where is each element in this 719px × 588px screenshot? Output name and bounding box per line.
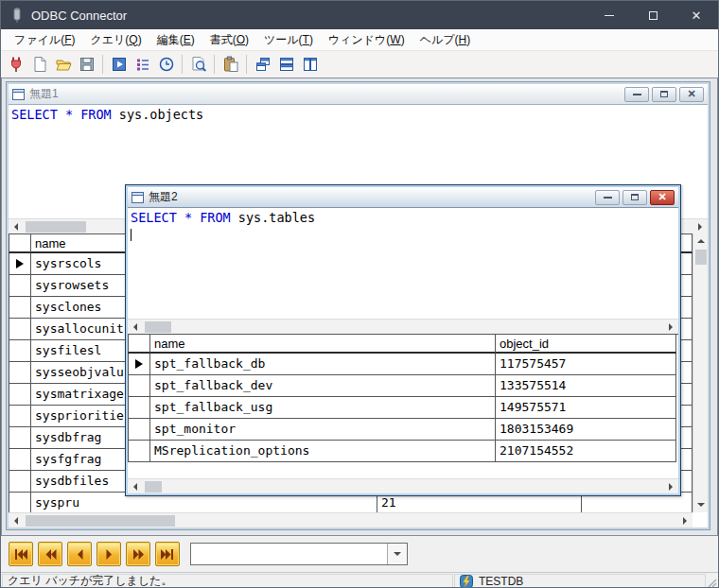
- scroll-right-icon[interactable]: [677, 513, 693, 527]
- previous-record-button[interactable]: [67, 542, 92, 566]
- results-list-button[interactable]: [131, 53, 154, 76]
- window2-restore-button[interactable]: [623, 190, 647, 205]
- grid-cell[interactable]: 117575457: [496, 354, 676, 375]
- menu-item[interactable]: ウィンドウ(W): [321, 29, 412, 51]
- minimize-icon: [633, 94, 641, 95]
- row-marker-cell: [9, 471, 31, 493]
- toolbar-separator: [182, 55, 183, 74]
- scroll-left-icon[interactable]: [9, 219, 24, 234]
- window2-minimize-button[interactable]: [595, 190, 620, 205]
- row-marker-cell: [128, 375, 150, 397]
- row-marker-cell: [9, 297, 31, 319]
- toolbar: [1, 51, 718, 78]
- current-row-marker-icon: [135, 359, 143, 369]
- grid-cell[interactable]: 2107154552: [496, 441, 676, 462]
- fast-forward-button[interactable]: [126, 542, 150, 566]
- menu-item[interactable]: 書式(O): [202, 29, 256, 51]
- close-button[interactable]: ✕: [675, 1, 718, 29]
- row-marker-cell: [9, 449, 31, 471]
- find-button[interactable]: [186, 53, 210, 76]
- grid-cell[interactable]: 1803153469: [496, 419, 676, 441]
- window2-query-editor[interactable]: SELECT * FROM sys.tables: [128, 208, 678, 319]
- cascade-windows-button[interactable]: [251, 53, 274, 76]
- minimize-button[interactable]: [587, 1, 631, 29]
- grid-cell[interactable]: spt_fallback_db: [150, 354, 496, 375]
- execution-time-button[interactable]: [154, 53, 178, 76]
- combobox-dropdown-button[interactable]: [387, 544, 407, 564]
- last-record-icon: [161, 548, 174, 561]
- scroll-right-icon[interactable]: [663, 320, 678, 335]
- menu-item[interactable]: ツール(T): [256, 29, 321, 51]
- table-row[interactable]: spt_monitor1803153469: [128, 419, 678, 441]
- scroll-right-icon[interactable]: [663, 479, 678, 493]
- window2-grid-hscrollbar[interactable]: [128, 478, 678, 493]
- menu-item[interactable]: ファイル(F): [7, 29, 82, 51]
- minimize-icon: [604, 197, 612, 199]
- window1-grid-hscrollbar[interactable]: [9, 512, 693, 527]
- window1-restore-button[interactable]: [652, 87, 676, 102]
- grid-cell[interactable]: spt_fallback_usg: [150, 397, 496, 419]
- grid-cell[interactable]: spt_fallback_dev: [150, 375, 496, 397]
- window1-titlebar[interactable]: 無題1 ✕: [9, 84, 708, 105]
- new-document-icon: [31, 56, 48, 73]
- execute-query-button[interactable]: [107, 53, 131, 76]
- status-bar: クエリ バッチが完了しました。 TESTDB: [1, 572, 718, 588]
- grid-cell[interactable]: 149575571: [496, 397, 676, 419]
- menu-item[interactable]: クエリ(Q): [82, 29, 149, 51]
- column-header[interactable]: object_id: [496, 335, 676, 354]
- scroll-left-icon[interactable]: [9, 513, 24, 527]
- grid-header-row: nameobject_id: [128, 335, 678, 354]
- scroll-left-icon[interactable]: [128, 479, 143, 493]
- scroll-up-icon[interactable]: [693, 233, 708, 249]
- maximize-button[interactable]: [631, 1, 675, 29]
- connect-button[interactable]: [4, 53, 27, 76]
- window2-editor-hscrollbar[interactable]: [128, 319, 678, 334]
- scroll-right-icon[interactable]: [693, 219, 708, 234]
- tile-vertical-button[interactable]: [298, 53, 322, 76]
- scrollbar-thumb[interactable]: [26, 515, 175, 527]
- paste-icon: [222, 56, 239, 73]
- save-button[interactable]: [75, 53, 98, 76]
- next-record-button[interactable]: [96, 542, 121, 566]
- scrollbar-thumb[interactable]: [695, 250, 707, 265]
- row-marker-cell: [128, 335, 150, 354]
- row-marker-cell: [9, 406, 31, 427]
- window2-close-button[interactable]: ✕: [650, 190, 675, 205]
- menu-item[interactable]: ヘルプ(H): [412, 29, 479, 51]
- grid-cell[interactable]: MSreplication_options: [150, 441, 496, 462]
- window1-grid-vscrollbar[interactable]: [693, 233, 708, 512]
- first-record-icon: [14, 548, 27, 561]
- scrollbar-thumb[interactable]: [26, 221, 86, 233]
- scroll-down-icon[interactable]: [693, 497, 708, 512]
- tile-horizontal-button[interactable]: [274, 53, 298, 76]
- column-header[interactable]: name: [150, 335, 496, 354]
- app-window: ODBC Connector ✕ ファイル(F)クエリ(Q)編集(E)書式(O)…: [0, 0, 719, 588]
- document-window-icon: [12, 89, 25, 100]
- row-marker-cell: [9, 234, 31, 253]
- table-row[interactable]: spt_fallback_usg149575571: [128, 397, 678, 419]
- resize-grip[interactable]: [704, 574, 717, 588]
- clock-icon: [158, 56, 175, 73]
- open-button[interactable]: [51, 53, 75, 76]
- table-row[interactable]: spt_fallback_dev133575514: [128, 375, 678, 397]
- table-row[interactable]: spt_fallback_db117575457: [128, 354, 678, 375]
- window1-minimize-button[interactable]: [624, 87, 649, 102]
- last-record-button[interactable]: [155, 542, 180, 566]
- row-marker-cell: [9, 427, 31, 449]
- grid-cell[interactable]: spt_monitor: [150, 419, 496, 441]
- close-icon: ✕: [687, 88, 695, 100]
- first-record-button[interactable]: [9, 542, 33, 566]
- mdi-window-2[interactable]: 無題2 ✕ SELECT * FROM sys.tables: [125, 184, 681, 496]
- record-select-combobox[interactable]: [190, 543, 408, 565]
- scrollbar-thumb[interactable]: [145, 481, 162, 493]
- grid-cell[interactable]: 133575514: [496, 375, 676, 397]
- menu-item[interactable]: 編集(E): [149, 29, 202, 51]
- window1-close-button[interactable]: ✕: [679, 87, 704, 102]
- scrollbar-thumb[interactable]: [145, 321, 171, 333]
- scroll-left-icon[interactable]: [128, 320, 143, 335]
- paste-button[interactable]: [219, 53, 242, 76]
- fast-rewind-button[interactable]: [38, 542, 62, 566]
- table-row[interactable]: MSreplication_options2107154552: [128, 441, 678, 462]
- new-query-button[interactable]: [27, 53, 51, 76]
- window2-titlebar[interactable]: 無題2 ✕: [128, 187, 678, 208]
